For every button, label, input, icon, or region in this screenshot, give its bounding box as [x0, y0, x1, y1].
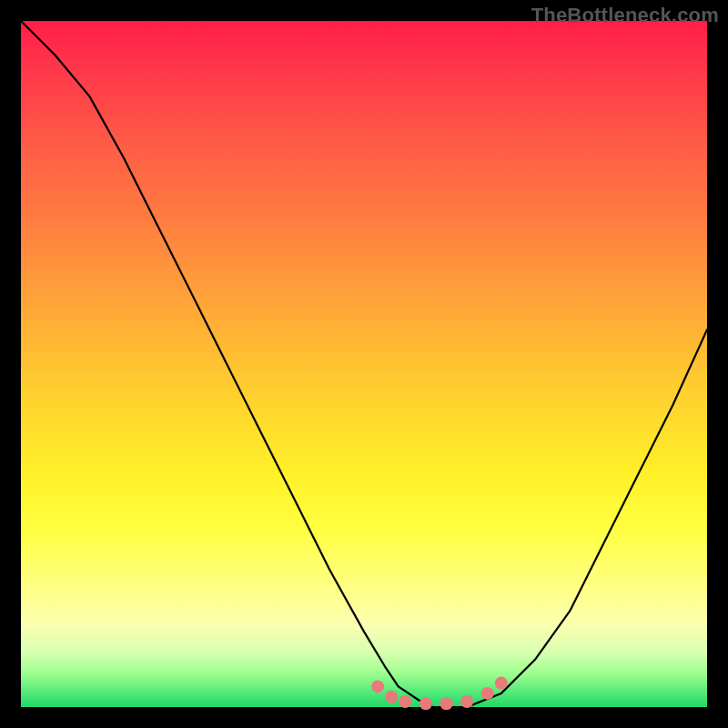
optimal-marker [420, 697, 432, 710]
chart-container: TheBottleneck.com [0, 0, 728, 728]
optimal-marker [385, 691, 398, 703]
optimal-marker [440, 697, 453, 710]
chart-svg-layer [21, 21, 707, 707]
optimal-range-markers [371, 677, 508, 711]
optimal-marker [371, 680, 384, 693]
bottleneck-curve [21, 21, 707, 707]
optimal-marker [399, 695, 411, 708]
optimal-marker [481, 687, 494, 700]
optimal-marker [460, 695, 473, 708]
optimal-marker [495, 677, 508, 690]
